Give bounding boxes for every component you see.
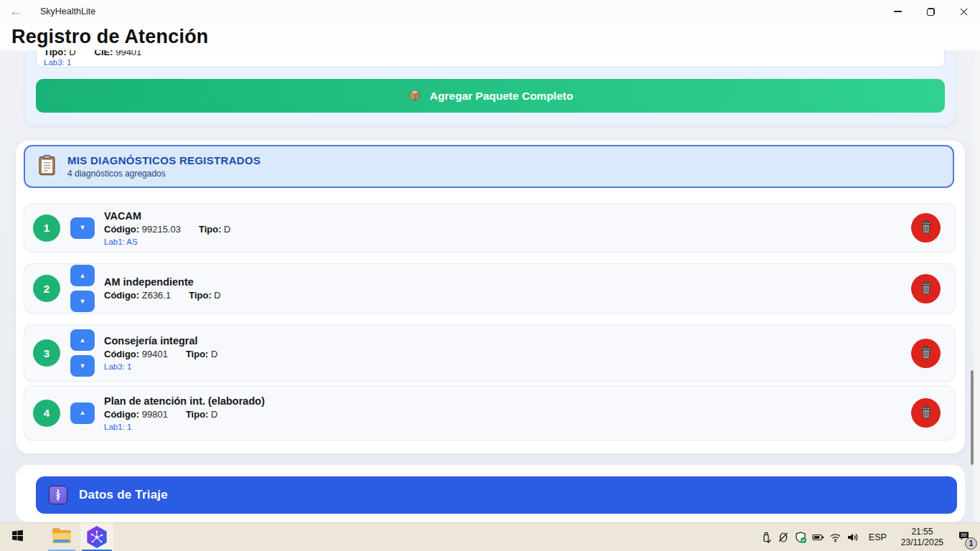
back-button[interactable]: ← <box>0 0 32 23</box>
triage-section-button[interactable]: Datos de Triaje <box>36 476 957 514</box>
diagnosis-meta: Código: Z636.1Tipo: D <box>104 290 221 301</box>
diagnosis-item: 4 ▲ Plan de atención int. (elaborado) Có… <box>24 385 956 441</box>
scrollbar-thumb[interactable] <box>971 370 974 465</box>
codigo-value: Z636.1 <box>142 290 171 301</box>
move-up-button[interactable]: ▲ <box>70 329 95 351</box>
security-shield-icon[interactable] <box>795 532 807 544</box>
tipo-label: Tipo: <box>199 224 222 235</box>
chevron-up-icon: ▲ <box>80 337 86 344</box>
item-number-badge: 4 <box>33 400 60 427</box>
diagnosis-name: AM independiente <box>104 276 221 288</box>
diagnosis-item: 2 ▲ ▼ AM independiente Código: Z636.1Tip… <box>24 263 956 314</box>
item-number-badge: 3 <box>33 339 60 367</box>
diagnosis-info: Consejería integral Código: 99401Tipo: D… <box>104 335 217 371</box>
restore-button[interactable] <box>914 0 947 23</box>
windows-logo-icon <box>11 529 24 545</box>
page-title: Registro de Atención <box>11 26 209 48</box>
folder-icon <box>52 527 72 547</box>
restore-icon <box>927 8 935 16</box>
delete-button[interactable] <box>911 274 941 303</box>
diagnosis-item: 1 ▼ VACAM Código: 99215.03Tipo: D Lab1: … <box>24 203 956 253</box>
minimize-icon <box>894 11 902 11</box>
codigo-value: 99215.03 <box>142 224 181 235</box>
diagnostics-subtitle: 4 diagnósticos agregados <box>67 169 260 179</box>
diagnosis-info: AM independiente Código: Z636.1Tipo: D <box>104 276 221 301</box>
minimize-button[interactable] <box>881 0 914 23</box>
chevron-down-icon: ▼ <box>80 225 86 231</box>
chevron-up-icon: ▲ <box>80 273 86 279</box>
diagnostics-header-text: MIS DIAGNÓSTICOS REGISTRADOS 4 diagnósti… <box>67 154 260 179</box>
trash-icon <box>919 345 933 362</box>
trash-icon <box>919 281 933 297</box>
package-icon <box>407 88 422 104</box>
trash-icon <box>919 220 933 236</box>
reorder-controls: ▲ <box>70 402 95 424</box>
diagnosis-meta: Código: 99401Tipo: D <box>104 349 217 359</box>
reorder-controls: ▲ ▼ <box>70 329 95 377</box>
notification-center-button[interactable]: 1 <box>953 527 974 548</box>
item-number-badge: 2 <box>33 275 60 302</box>
diagnostics-header: MIS DIAGNÓSTICOS REGISTRADOS 4 diagnósti… <box>24 145 954 188</box>
chevron-down-icon: ▼ <box>80 363 86 369</box>
partial-item-lab: Lab3: 1 <box>44 58 71 67</box>
diagnosis-info: VACAM Código: 99215.03Tipo: D Lab1: AS <box>104 210 231 246</box>
diagnostics-title: MIS DIAGNÓSTICOS REGISTRADOS <box>67 154 260 166</box>
diagnosis-meta: Código: 99215.03Tipo: D <box>104 224 231 235</box>
window-controls <box>881 0 980 23</box>
pointer-disabled-icon[interactable] <box>778 532 790 544</box>
volume-icon[interactable] <box>847 532 859 544</box>
tipo-label: Tipo: <box>186 349 209 359</box>
taskbar: ESP 21:55 23/11/2025 1 <box>0 522 980 551</box>
tipo-value: D <box>214 290 220 301</box>
item-number-badge: 1 <box>33 215 60 242</box>
diagnosis-name: VACAM <box>104 210 231 222</box>
add-package-label: Agregar Paquete Completo <box>430 90 573 103</box>
move-up-button[interactable]: ▲ <box>70 402 95 424</box>
taskbar-file-explorer[interactable] <box>46 523 77 551</box>
tipo-value: D <box>224 224 230 235</box>
codigo-value: 99401 <box>142 349 168 359</box>
move-down-button[interactable]: ▼ <box>70 217 95 239</box>
diagnosis-item: 3 ▲ ▼ Consejería integral Código: 99401T… <box>24 324 956 382</box>
clock-time: 21:55 <box>901 527 943 537</box>
system-tray: ESP 21:55 23/11/2025 1 <box>760 523 980 551</box>
diagnosis-lab: Lab1: AS <box>104 237 231 246</box>
chevron-down-icon: ▼ <box>80 298 86 305</box>
diagnosis-lab: Lab1: 1 <box>104 423 265 431</box>
move-down-button[interactable]: ▼ <box>70 355 95 377</box>
close-button[interactable] <box>947 0 980 23</box>
codigo-label: Código: <box>104 290 139 301</box>
close-icon <box>959 7 969 17</box>
wifi-icon[interactable] <box>829 532 842 544</box>
diagnosis-name: Consejería integral <box>104 335 217 347</box>
battery-icon[interactable] <box>812 532 824 544</box>
reorder-controls: ▼ <box>70 217 95 239</box>
medical-icon <box>49 486 67 504</box>
tipo-value: D <box>211 409 217 420</box>
taskbar-skyhealthlite[interactable] <box>80 523 113 551</box>
usb-device-icon[interactable] <box>760 532 773 544</box>
delete-button[interactable] <box>911 398 941 428</box>
trash-icon <box>919 405 933 421</box>
clipboard-icon <box>38 154 56 179</box>
reorder-controls: ▲ ▼ <box>70 265 95 312</box>
diagnosis-name: Plan de atención int. (elaborado) <box>104 395 265 407</box>
window-title: SkyHealthLite <box>40 6 95 17</box>
language-indicator[interactable]: ESP <box>864 532 892 542</box>
app-window: ← SkyHealthLite Registro de Atención Tip… <box>0 0 980 551</box>
chevron-up-icon: ▲ <box>80 410 86 416</box>
delete-button[interactable] <box>911 339 941 368</box>
scrollbar-track[interactable] <box>974 50 980 522</box>
notification-count-badge: 1 <box>965 537 977 550</box>
back-arrow-icon: ← <box>9 4 23 19</box>
tipo-value: D <box>211 349 217 359</box>
move-down-button[interactable]: ▼ <box>70 291 95 312</box>
clock-date: 23/11/2025 <box>901 537 943 548</box>
titlebar: ← SkyHealthLite <box>0 0 980 23</box>
move-up-button[interactable]: ▲ <box>70 265 95 286</box>
codigo-label: Código: <box>104 224 139 235</box>
add-package-button[interactable]: Agregar Paquete Completo <box>36 79 945 113</box>
delete-button[interactable] <box>911 213 941 242</box>
start-button[interactable] <box>0 523 34 551</box>
taskbar-clock[interactable]: 21:55 23/11/2025 <box>897 527 948 548</box>
